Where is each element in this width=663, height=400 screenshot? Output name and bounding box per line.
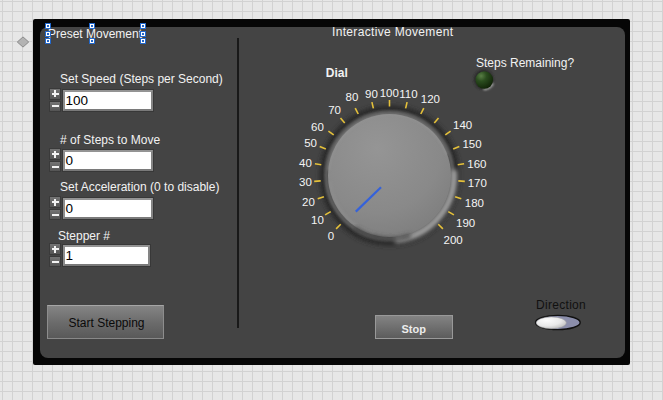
svg-text:160: 160 (467, 158, 486, 170)
svg-text:70: 70 (328, 104, 341, 116)
svg-text:80: 80 (346, 91, 359, 103)
svg-text:30: 30 (299, 176, 312, 188)
svg-text:0: 0 (328, 230, 334, 242)
svg-text:140: 140 (453, 119, 472, 131)
svg-text:90: 90 (365, 88, 378, 100)
svg-text:110: 110 (399, 88, 417, 100)
svg-text:60: 60 (311, 121, 324, 133)
svg-text:150: 150 (462, 138, 481, 150)
svg-text:50: 50 (304, 137, 317, 149)
svg-text:120: 120 (421, 93, 440, 105)
svg-text:180: 180 (465, 197, 484, 209)
svg-text:190: 190 (456, 217, 475, 229)
svg-text:100: 100 (380, 87, 399, 99)
svg-text:40: 40 (299, 157, 312, 169)
svg-text:10: 10 (311, 214, 324, 226)
svg-text:170: 170 (468, 177, 487, 189)
svg-text:20: 20 (302, 196, 315, 208)
svg-text:200: 200 (444, 234, 463, 246)
